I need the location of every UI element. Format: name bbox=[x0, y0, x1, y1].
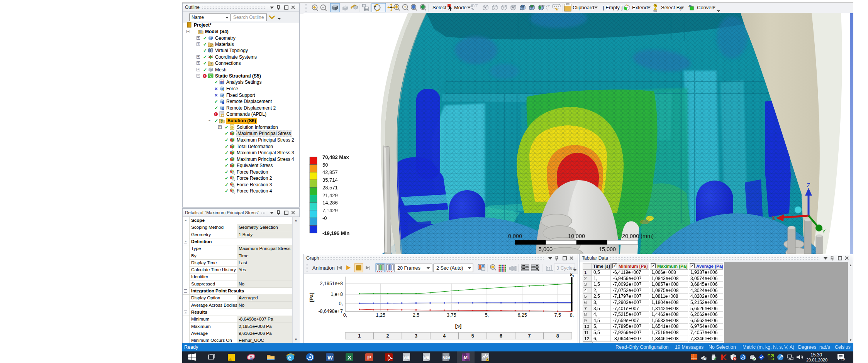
svg-text:7: 7 bbox=[528, 333, 531, 339]
svg-text:3 Cycles: 3 Cycles bbox=[556, 265, 575, 271]
svg-text:14,286: 14,286 bbox=[322, 200, 338, 206]
svg-text:0,: 0, bbox=[343, 312, 347, 318]
svg-text:X.Y.Z: X.Y.Z bbox=[543, 5, 550, 8]
svg-text:[ Empty ]: [ Empty ] bbox=[603, 5, 622, 10]
svg-text:X: X bbox=[771, 215, 775, 221]
svg-text:2: 2 bbox=[387, 333, 389, 339]
svg-text:5,000: 5,000 bbox=[539, 246, 553, 252]
svg-text:Extend: Extend bbox=[632, 5, 648, 10]
svg-text:7,5: 7,5 bbox=[554, 312, 561, 318]
svg-text:-8,6498e+7: -8,6498e+7 bbox=[318, 309, 343, 314]
svg-text:15,000: 15,000 bbox=[599, 246, 616, 252]
svg-text:WB: WB bbox=[404, 355, 410, 360]
svg-text:Y: Y bbox=[822, 228, 826, 235]
svg-text:Select: Select bbox=[432, 5, 447, 10]
svg-text:6: 6 bbox=[500, 333, 502, 339]
svg-text:0,: 0, bbox=[339, 301, 343, 306]
svg-text:!: ! bbox=[705, 357, 706, 361]
svg-text:X: X bbox=[348, 354, 351, 361]
svg-text:8,: 8, bbox=[570, 312, 574, 318]
svg-text:0,000: 0,000 bbox=[508, 233, 522, 239]
svg-text:5,: 5, bbox=[485, 312, 489, 318]
svg-text:70,482 Max: 70,482 Max bbox=[322, 154, 349, 160]
svg-text:WB: WB bbox=[424, 355, 430, 360]
svg-text:Convert: Convert bbox=[697, 5, 715, 10]
svg-text:-0: -0 bbox=[322, 215, 327, 221]
svg-text:21,429: 21,429 bbox=[322, 192, 338, 198]
svg-text:Mode: Mode bbox=[454, 5, 467, 10]
svg-text:6,25: 6,25 bbox=[517, 312, 527, 318]
svg-text:42,857: 42,857 bbox=[322, 169, 338, 175]
svg-text:35,714: 35,714 bbox=[322, 177, 338, 183]
svg-text:10,000: 10,000 bbox=[568, 233, 585, 239]
svg-text:[s]: [s] bbox=[455, 323, 462, 329]
svg-text:50: 50 bbox=[322, 162, 328, 168]
svg-text:Animation: Animation bbox=[312, 265, 335, 271]
svg-text:e: e bbox=[288, 354, 291, 361]
svg-text:Select By: Select By bbox=[661, 5, 682, 10]
svg-text:P: P bbox=[367, 354, 371, 361]
svg-text:1: 1 bbox=[358, 333, 361, 339]
svg-text:1,e+8: 1,e+8 bbox=[331, 292, 343, 297]
svg-text:A: A bbox=[487, 359, 488, 361]
svg-text:W: W bbox=[327, 354, 333, 361]
svg-text:2,5: 2,5 bbox=[413, 312, 419, 318]
svg-text:1,25: 1,25 bbox=[376, 312, 385, 318]
svg-text:M: M bbox=[464, 355, 468, 360]
svg-text:[Pa]: [Pa] bbox=[309, 293, 314, 302]
svg-text:5: 5 bbox=[471, 333, 474, 339]
svg-text:-19,196 Min: -19,196 Min bbox=[322, 230, 349, 236]
svg-text:1: 1 bbox=[843, 358, 844, 361]
svg-text:8: 8 bbox=[556, 333, 559, 339]
svg-text:3: 3 bbox=[415, 333, 417, 339]
svg-text:Z: Z bbox=[807, 182, 810, 188]
svg-text:Clipboard: Clipboard bbox=[573, 5, 594, 10]
svg-text:3,75: 3,75 bbox=[447, 312, 456, 318]
svg-text:7,1429: 7,1429 bbox=[322, 208, 338, 213]
svg-text:4: 4 bbox=[443, 333, 446, 339]
svg-text:20 Frames: 20 Frames bbox=[397, 265, 420, 271]
svg-text:2,1951e+8: 2,1951e+8 bbox=[320, 281, 343, 286]
svg-text:2 Sec (Auto): 2 Sec (Auto) bbox=[436, 265, 463, 271]
svg-text:8,: 8, bbox=[570, 274, 574, 277]
svg-text:20,000 (mm): 20,000 (mm) bbox=[622, 233, 654, 239]
svg-text:28,571: 28,571 bbox=[322, 185, 338, 191]
svg-text:RSM: RSM bbox=[442, 356, 450, 360]
